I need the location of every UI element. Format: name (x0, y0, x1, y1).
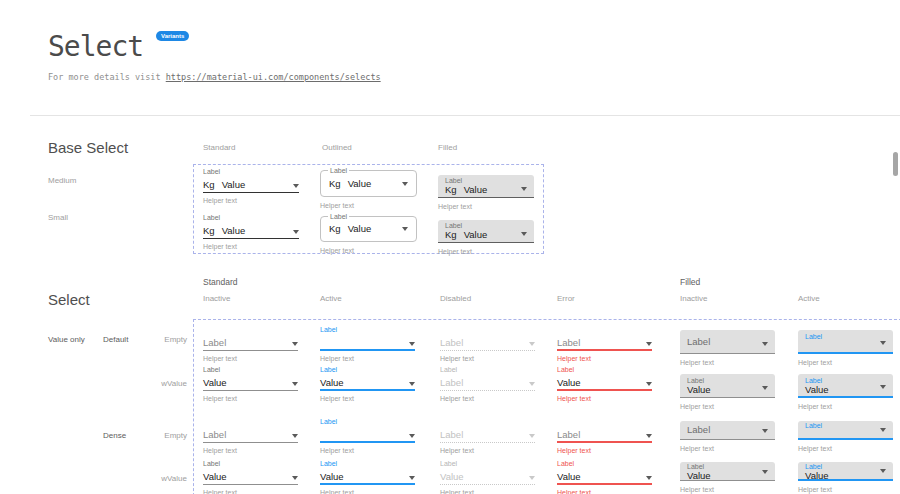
select-value: Value (557, 378, 581, 388)
select-standard-disabled-dense-wvalue[interactable]: Label Value Helper text (440, 459, 535, 494)
select-control[interactable]: Label (557, 334, 652, 351)
select-control[interactable]: KgValue (203, 222, 299, 239)
select-standard-disabled-empty[interactable]: Label Helper text (440, 325, 535, 363)
select-placeholder: Label (203, 430, 226, 440)
select-filled-active-wvalue[interactable]: Label Value Helper text (798, 374, 893, 411)
select-filled-inactive-dense-empty[interactable]: Label Helper text (680, 421, 775, 453)
base-standard-medium-select[interactable]: Label KgValue Helper text (203, 167, 299, 205)
material-ui-link[interactable]: https://material-ui.com/components/selec… (166, 72, 381, 82)
helper-text: Helper text (320, 394, 415, 403)
base-outlined-medium-select[interactable]: Label KgValue Helper text (320, 170, 417, 210)
select-filled-inactive-wvalue[interactable]: Label Value Helper text (680, 374, 775, 411)
select-placeholder: Label (557, 430, 580, 440)
select-control[interactable]: Label (680, 421, 775, 440)
select-standard-disabled-wvalue[interactable]: Label Label Helper text (440, 365, 535, 403)
select-control[interactable]: Value (203, 468, 298, 485)
select-control[interactable]: Label Value (680, 462, 775, 481)
floating-label: Label (320, 417, 415, 426)
helper-text: Helper text (438, 247, 534, 256)
select-standard-inactive-dense-empty[interactable]: Label Helper text (203, 417, 298, 455)
helper-text: Helper text (440, 394, 535, 403)
select-standard-inactive-dense-wvalue[interactable]: Label Value Helper text (203, 459, 298, 494)
select-control[interactable]: Label (557, 426, 652, 443)
page-title: Select (48, 30, 143, 63)
chevron-down-icon (646, 434, 652, 438)
select-control[interactable]: Label KgValue (438, 220, 534, 243)
helper-text: Helper text (557, 354, 652, 363)
select-standard-error-empty[interactable]: Label Helper text (557, 325, 652, 363)
base-filled-medium-select[interactable]: Label KgValue Helper text (438, 175, 534, 211)
row-label-empty: Empty (145, 431, 187, 440)
adornment-kg: Kg (203, 226, 215, 236)
select-standard-active-dense-wvalue[interactable]: Label Value Helper text (320, 459, 415, 494)
select-control[interactable]: Label (680, 330, 775, 354)
scrollbar-thumb[interactable] (893, 152, 898, 176)
row-label-wvalue: wValue (145, 379, 187, 388)
select-control[interactable]: Label (440, 374, 535, 391)
select-control[interactable]: Label (203, 426, 298, 443)
value-text: Value (222, 180, 246, 190)
select-filled-active-dense-empty[interactable]: Label Helper text (798, 421, 893, 453)
floating-label: Label (440, 365, 535, 374)
select-standard-active-empty[interactable]: Label Helper text (320, 325, 415, 363)
helper-text: Helper text (438, 202, 534, 211)
helper-text: Helper text (320, 201, 417, 210)
chevron-down-icon (409, 342, 415, 346)
select-control[interactable]: Label (798, 421, 893, 440)
helper-text: Helper text (680, 485, 775, 494)
select-control[interactable]: Value (320, 468, 415, 485)
floating-label: Label (320, 459, 415, 468)
select-value: Value (557, 472, 581, 482)
select-control[interactable] (320, 334, 415, 351)
select-standard-active-dense-empty[interactable]: Label Helper text (320, 417, 415, 455)
state-header-disabled: Disabled (440, 294, 471, 303)
select-control[interactable]: Label Value (680, 374, 775, 398)
select-standard-error-dense-empty[interactable]: Label Helper text (557, 417, 652, 455)
select-control[interactable]: Value (203, 374, 298, 391)
select-control[interactable]: KgValue (203, 176, 299, 193)
select-control[interactable]: Label KgValue (320, 216, 417, 242)
select-control[interactable] (320, 426, 415, 443)
select-standard-active-wvalue[interactable]: Label Value Helper text (320, 365, 415, 403)
select-control[interactable]: Label (203, 334, 298, 351)
select-control[interactable]: Label Value (798, 374, 893, 398)
select-control[interactable]: Label (440, 334, 535, 351)
select-filled-active-empty[interactable]: Label Helper text (798, 330, 893, 367)
select-control[interactable]: Label (798, 330, 893, 354)
base-outlined-small-select[interactable]: Label KgValue Helper text (320, 216, 417, 255)
select-control[interactable]: Value (320, 374, 415, 391)
select-standard-inactive-empty[interactable]: Label Helper text (203, 325, 298, 363)
select-standard-disabled-dense-empty[interactable]: Label Helper text (440, 417, 535, 455)
chevron-down-icon (880, 428, 886, 432)
select-value: KgValue (445, 230, 527, 240)
select-standard-error-wvalue[interactable]: Label Value Helper text (557, 365, 652, 403)
details-text: For more details visit (48, 72, 161, 82)
chevron-down-icon (521, 232, 527, 236)
select-control[interactable]: Label Value (798, 462, 893, 481)
helper-text: Helper text (320, 488, 415, 494)
adornment-kg: Kg (445, 230, 457, 240)
floating-label: Label (203, 213, 299, 222)
select-standard-inactive-wvalue[interactable]: Label Value Helper text (203, 365, 298, 403)
base-standard-small-select[interactable]: Label KgValue Helper text (203, 213, 299, 251)
select-standard-error-dense-wvalue[interactable]: Label Value Helper text (557, 459, 652, 494)
select-control[interactable]: Value (557, 374, 652, 391)
select-filled-active-dense-wvalue[interactable]: Label Value Helper text (798, 462, 893, 494)
base-filled-small-select[interactable]: Label KgValue Helper text (438, 220, 534, 256)
select-filled-inactive-empty[interactable]: Label Helper text (680, 330, 775, 367)
select-control[interactable]: Value (440, 468, 535, 485)
floating-label (203, 417, 298, 426)
select-control[interactable]: Value (557, 468, 652, 485)
helper-text: Helper text (440, 446, 535, 455)
helper-text: Helper text (798, 358, 893, 367)
helper-text: Helper text (557, 446, 652, 455)
floating-label (440, 417, 535, 426)
select-control[interactable]: Label KgValue (438, 175, 534, 198)
select-control[interactable]: Label (440, 426, 535, 443)
select-filled-inactive-dense-wvalue[interactable]: Label Value Helper text (680, 462, 775, 494)
select-control[interactable]: Label KgValue (320, 170, 417, 197)
helper-text: Helper text (680, 358, 775, 367)
state-header-error: Error (557, 294, 575, 303)
floating-label: Label (320, 325, 415, 334)
floating-label: Label (805, 333, 886, 341)
